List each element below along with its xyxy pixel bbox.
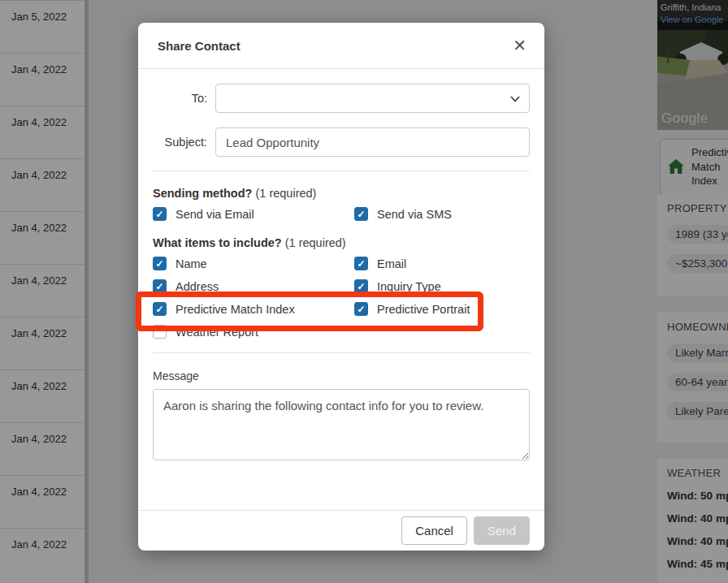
- checkbox-icon[interactable]: ✓: [354, 279, 368, 293]
- checkbox-predictive-match-index[interactable]: ✓ Predictive Match Index: [153, 302, 354, 316]
- checkbox-name[interactable]: ✓ Name: [153, 257, 354, 270]
- checkbox-icon[interactable]: ✓: [354, 257, 368, 270]
- checkbox-predictive-portrait[interactable]: ✓ Predictive Portrait: [354, 302, 530, 316]
- checkbox-address[interactable]: ✓ Address: [153, 279, 354, 293]
- divider: [153, 352, 530, 353]
- app-screen: Jan 5, 2022 Jan 4, 2022 Jan 4, 2022 Jan …: [0, 0, 728, 583]
- subject-input[interactable]: [215, 127, 530, 157]
- message-textarea[interactable]: Aaron is sharing the following contact i…: [153, 389, 530, 460]
- checkbox-icon[interactable]: ✓: [153, 325, 167, 339]
- checkbox-icon[interactable]: ✓: [153, 257, 167, 270]
- to-label: To:: [153, 92, 215, 105]
- checkbox-weather-report[interactable]: ✓ Weather Report: [153, 325, 354, 339]
- items-title: What items to include? (1 required): [153, 236, 530, 249]
- to-select[interactable]: [215, 84, 530, 113]
- checkbox-send-via-email[interactable]: ✓ Send via Email: [153, 207, 354, 221]
- checkbox-icon[interactable]: ✓: [153, 279, 167, 293]
- checkbox-icon[interactable]: ✓: [354, 302, 368, 316]
- checkbox-icon[interactable]: ✓: [354, 207, 368, 221]
- modal-footer: Cancel Send: [138, 510, 544, 551]
- message-label: Message: [153, 369, 530, 382]
- modal-title: Share Contact: [158, 39, 240, 53]
- send-button[interactable]: Send: [474, 516, 530, 545]
- modal-header: Share Contact ✕: [138, 23, 544, 69]
- sending-method-title: Sending method? (1 required): [153, 187, 530, 200]
- chevron-down-icon: [510, 96, 520, 102]
- checkbox-send-via-sms[interactable]: ✓ Send via SMS: [354, 207, 530, 221]
- checkbox-email[interactable]: ✓ Email: [354, 257, 530, 270]
- cancel-button[interactable]: Cancel: [401, 516, 467, 545]
- divider: [153, 171, 530, 171]
- modal-body: To: Subject: Sending method? (1 required…: [138, 69, 544, 510]
- checkbox-inquiry-type[interactable]: ✓ Inquiry Type: [354, 279, 530, 293]
- close-icon[interactable]: ✕: [513, 37, 526, 54]
- share-contact-modal: Share Contact ✕ To: Subject: Sending met…: [138, 23, 544, 551]
- subject-label: Subject:: [153, 136, 215, 149]
- checkbox-icon[interactable]: ✓: [153, 302, 167, 316]
- checkbox-icon[interactable]: ✓: [153, 207, 167, 221]
